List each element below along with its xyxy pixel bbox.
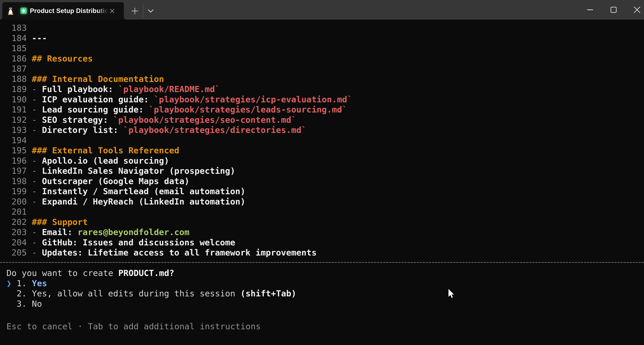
line-number: 196 — [6, 156, 32, 166]
preview-segment-code: `playbook/strategies/leads-sourcing.md` — [149, 105, 347, 114]
preview-line: 205- Updates: Lifetime access to all fra… — [6, 248, 352, 258]
line-number: 199 — [6, 186, 32, 197]
preview-line: 203- Email: rares@beyondfolder.com — [6, 227, 352, 237]
option-number: 3. — [16, 299, 32, 309]
line-number: 188 — [6, 74, 32, 84]
option-label: No — [32, 299, 42, 309]
preview-segment-dim: - — [32, 186, 42, 196]
line-number: 204 — [6, 237, 32, 248]
preview-line: 198- Outscraper (Google Maps data) — [6, 176, 352, 186]
preview-line: 191- Lead sourcing guide: `playbook/stra… — [6, 104, 352, 115]
option-hint: (shift+Tab) — [240, 289, 296, 298]
preview-segment-head: ### External Tools Referenced — [32, 146, 179, 155]
line-number: 201 — [6, 207, 32, 217]
line-number: 200 — [6, 197, 32, 207]
prompt-question-filename: PRODUCT.md? — [118, 268, 174, 278]
preview-line: 202### Support — [6, 217, 352, 227]
line-number: 193 — [6, 125, 32, 135]
line-number: 185 — [6, 43, 32, 53]
preview-line: 185 — [6, 43, 352, 53]
preview-segment-dim: - — [32, 156, 42, 166]
preview-line: 201 — [6, 207, 352, 217]
preview-segment-dim: - — [32, 84, 42, 94]
preview-line: 189- Full playbook: `playbook/README.md` — [6, 84, 352, 94]
preview-line: 193- Directory list: `playbook/strategie… — [6, 125, 352, 135]
preview-line: 195### External Tools Referenced — [6, 145, 352, 156]
titlebar-separator — [143, 4, 143, 17]
preview-segment-text: LinkedIn Sales Navigator (prospecting) — [42, 166, 235, 176]
preview-segment-text: Apollo.io (lead sourcing) — [42, 156, 169, 166]
line-number: 187 — [6, 64, 32, 74]
preview-segment-text: Directory list: — [42, 125, 123, 135]
preview-line: 199- Instantly / Smartlead (email automa… — [6, 186, 352, 197]
preview-segment-dim: - — [32, 105, 42, 114]
preview-line: 204- GitHub: Issues and discussions welc… — [6, 237, 352, 248]
option-number: 1. — [16, 279, 32, 288]
prompt-option-3[interactable]: 3. No — [6, 299, 296, 309]
preview-line: 188### Internal Documentation — [6, 74, 352, 84]
option-label: Yes, allow all edits during this session — [32, 289, 240, 298]
preview-line: 190- ICP evaluation guide: `playbook/str… — [6, 94, 352, 105]
line-number: 192 — [6, 115, 32, 125]
preview-line: 196- Apollo.io (lead sourcing) — [6, 156, 352, 166]
line-number: 186 — [6, 53, 32, 64]
preview-segment-text: Instantly / Smartlead (email automation) — [42, 186, 245, 196]
preview-segment-code: `playbook/strategies/directories.md` — [123, 125, 306, 135]
preview-segment-dim: - — [32, 115, 42, 125]
preview-line: 183 — [6, 23, 352, 33]
prompt-option-1[interactable]: ❯1. Yes — [6, 278, 296, 289]
preview-segment-text: GitHub: Issues and discussions welcome — [42, 238, 235, 247]
line-number: 184 — [6, 33, 32, 43]
prompt-question-prefix: Do you want to create — [6, 268, 118, 278]
line-number: 202 — [6, 217, 32, 227]
preview-segment-head: ### Support — [32, 217, 88, 227]
titlebar: Product Setup Distribution — [0, 0, 644, 19]
preview-segment-code: `playbook/strategies/seo-content.md` — [113, 115, 296, 125]
line-number: 203 — [6, 227, 32, 237]
preview-segment-text: Outscraper (Google Maps data) — [42, 176, 190, 186]
line-number: 197 — [6, 166, 32, 176]
line-number: 194 — [6, 135, 32, 146]
line-number: 189 — [6, 84, 32, 94]
line-number: 183 — [6, 23, 32, 33]
file-preview: 183184---185186## Resources187188### Int… — [6, 23, 352, 258]
new-tab-button[interactable] — [130, 6, 140, 16]
preview-line: 184--- — [6, 33, 352, 43]
prompt-option-2[interactable]: 2. Yes, allow all edits during this sess… — [6, 289, 296, 299]
selected-option-arrow: ❯ — [6, 278, 16, 289]
tab-dropdown-button[interactable] — [146, 7, 156, 15]
preview-segment-head: ## Resources — [32, 54, 93, 63]
preview-segment-text: SEO strategy: — [42, 115, 113, 125]
line-number: 195 — [6, 145, 32, 156]
terminal-tab[interactable]: Product Setup Distribution — [2, 2, 124, 19]
preview-segment-text: Email: — [42, 227, 78, 237]
preview-segment-text: Lead sourcing guide: — [42, 105, 149, 114]
option-label: Yes — [32, 279, 47, 288]
tab-title: Product Setup Distribution — [30, 2, 108, 19]
preview-line: 187 — [6, 64, 352, 74]
preview-segment-dim: - — [32, 125, 42, 135]
preview-segment-dim: - — [32, 95, 42, 104]
preview-line: 192- SEO strategy: `playbook/strategies/… — [6, 115, 352, 125]
preview-segment-code: `playbook/strategies/icp-evaluation.md` — [154, 95, 352, 104]
preview-line: 194 — [6, 135, 352, 146]
preview-segment-text: Full playbook: — [42, 84, 118, 94]
mouse-cursor — [448, 289, 455, 299]
preview-segment-text: Expandi / HeyReach (LinkedIn automation) — [42, 197, 245, 207]
preview-segment-text: ICP evaluation guide: — [42, 95, 154, 104]
preview-line: 200- Expandi / HeyReach (LinkedIn automa… — [6, 197, 352, 207]
preview-segment-dim: - — [32, 248, 42, 258]
preview-segment-text: Updates: Lifetime access to all framewor… — [42, 248, 317, 258]
line-number: 205 — [6, 248, 32, 258]
preview-segment-dim: - — [32, 197, 42, 207]
window-close-button[interactable] — [629, 4, 644, 15]
terminal-window: Product Setup Distribution 183184---1851… — [0, 0, 644, 345]
preview-segment-email: rares@beyondfolder.com — [78, 227, 190, 237]
minimize-button[interactable] — [582, 4, 598, 15]
linux-tux-icon — [7, 6, 14, 15]
preview-segment-dim: - — [32, 238, 42, 247]
preview-segment-dim: - — [32, 227, 42, 237]
maximize-button[interactable] — [606, 4, 621, 15]
tab-close-button[interactable] — [109, 7, 116, 14]
line-number: 191 — [6, 104, 32, 115]
